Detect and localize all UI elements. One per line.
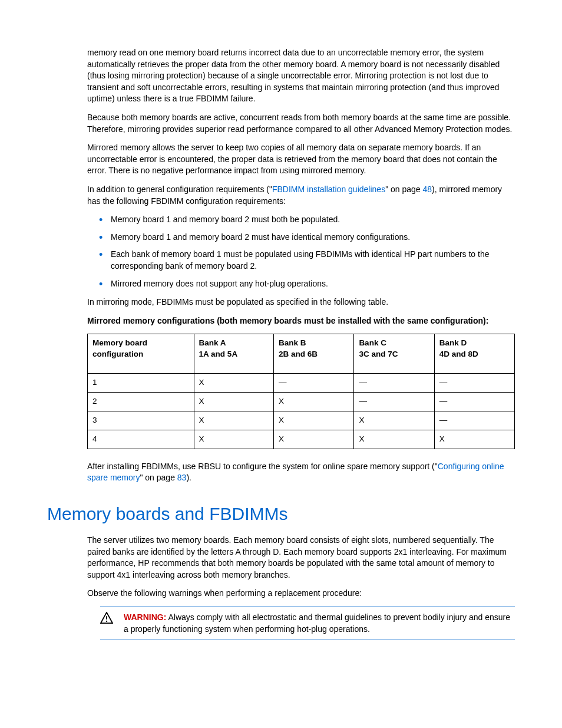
table-header: Bank C3C and 7C [354,334,434,374]
warning-body: Always comply with all electrostatic and… [124,612,510,634]
table-cell: X [354,430,434,449]
table-cell: X [194,393,273,411]
table-cell: 3 [88,411,194,430]
warning-label: WARNING: [124,612,166,622]
list-item: Mirrored memory does not support any hot… [111,278,515,290]
table-cell: — [434,411,514,430]
text: " on page [385,185,422,194]
table-cell: — [354,374,434,393]
list-item: Memory board 1 and memory board 2 must h… [111,232,515,243]
requirements-list: Memory board 1 and memory board 2 must b… [87,214,515,289]
list-item: Memory board 1 and memory board 2 must b… [111,214,515,226]
text: In addition to general configuration req… [87,185,272,194]
table-cell: X [194,430,273,449]
table-cell: — [434,393,514,411]
table-row: 3 X X X — [88,411,515,430]
table-row: 2 X X — — [88,393,515,411]
svg-point-1 [106,621,107,622]
table-cell: X [434,430,514,449]
table-cell: X [354,411,434,430]
table-cell: — [354,393,434,411]
paragraph: In addition to general configuration req… [87,184,515,207]
table-row: 4 X X X X [88,430,515,449]
paragraph: Mirrored memory allows the server to kee… [87,142,515,177]
table-cell: X [194,411,273,430]
link-page-48[interactable]: 48 [423,185,432,194]
table-cell: — [434,374,514,393]
table-header: Bank B2B and 6B [274,334,354,374]
table-cell: X [274,393,354,411]
text: After installing FBDIMMs, use RBSU to co… [87,462,438,471]
paragraph: After installing FBDIMMs, use RBSU to co… [87,461,515,484]
list-item: Each bank of memory board 1 must be popu… [111,249,515,272]
table-header: Bank A1A and 5A [194,334,273,374]
table-cell: 1 [88,374,194,393]
text: ). [186,473,191,482]
table-header: Memory boardconfiguration [88,334,194,374]
paragraph: Observe the following warnings when perf… [87,588,515,599]
table-cell: — [274,374,354,393]
heading-memory-boards: Memory boards and FBDIMMs [47,502,515,526]
paragraph: The server utilizes two memory boards. E… [87,535,515,581]
paragraph: memory read on one memory board returns … [87,47,515,105]
link-fbdimm-guidelines[interactable]: FBDIMM installation guidelines [272,185,385,194]
link-page-83[interactable]: 83 [177,473,187,482]
config-table: Memory boardconfiguration Bank A1A and 5… [87,334,515,449]
text: " on page [140,473,177,482]
table-cell: X [274,430,354,449]
paragraph: Because both memory boards are active, c… [87,112,515,135]
table-caption: Mirrored memory configurations (both mem… [87,315,515,327]
warning-box: WARNING: Always comply with all electros… [100,607,515,640]
warning-icon [100,612,124,627]
table-cell: 4 [88,430,194,449]
warning-text: WARNING: Always comply with all electros… [124,612,515,635]
table-header: Bank D4D and 8D [434,334,514,374]
table-cell: X [274,411,354,430]
paragraph: In mirroring mode, FBDIMMs must be popul… [87,297,515,308]
table-cell: X [194,374,273,393]
table-cell: 2 [88,393,194,411]
table-row: 1 X — — — [88,374,515,393]
